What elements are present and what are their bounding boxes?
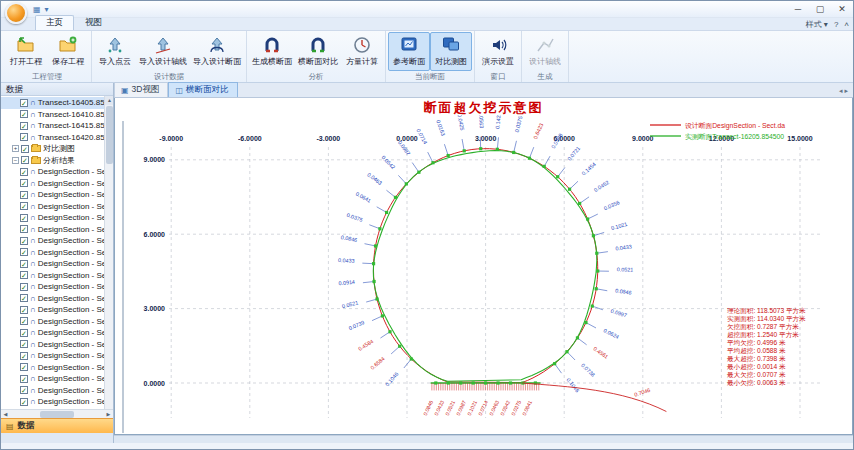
design-point-marker [586,217,589,220]
tree-item-DesignSection - Sect[interactable]: ✓∩DesignSection - Sect [1,235,113,247]
scrollbar-thumb[interactable] [106,106,113,164]
tree-checkbox[interactable]: ✓ [20,375,28,383]
tree-checkbox[interactable]: ✓ [20,340,28,348]
tree-item-DesignSection - Sect[interactable]: ✓∩DesignSection - Sect [1,212,113,224]
tree-checkbox[interactable]: ✓ [20,191,28,199]
tree-item-DesignSection - Sect[interactable]: ✓∩DesignSection - Sect [1,350,113,362]
ribbon-button-演示设置[interactable]: 演示设置 [477,32,519,71]
tree-item-DesignSection - Sect[interactable]: ✓∩DesignSection - Sect [1,396,113,408]
tree-checkbox[interactable]: ✓ [20,352,28,360]
tree-item-Transect-16420.85[interactable]: ✓∩Transect-16420.85 [1,132,113,144]
chart-canvas[interactable]: -9.0000-6.0000-3.00000.00003.00006.00009… [115,115,852,435]
spoke-value-label: 0.0521 [617,266,634,272]
tree-item-DesignSection - Sect[interactable]: ✓∩DesignSection - Sect [1,178,113,190]
help-icon[interactable]: ? [834,20,838,29]
doc-tab-横断面对比[interactable]: ◫横断面对比 [168,82,237,97]
data-tree[interactable]: ✓∩Transect-16405.85✓∩Transect-16410.85✓∩… [1,96,113,409]
tree-checkbox[interactable]: ✓ [20,283,28,291]
tree-checkbox[interactable]: ✓ [20,202,28,210]
ribbon-button-label: 方量计算 [346,56,378,67]
ribbon-button-导入设计断面[interactable]: 导入设计断面 [190,32,244,71]
design-point-marker [512,151,515,154]
ribbon-button-设计轴线[interactable]: 设计轴线 [524,32,566,71]
ribbon-button-导入点云[interactable]: 导入点云 [94,32,136,71]
tree-item-DesignSection - Sect[interactable]: ✓∩DesignSection - Sect [1,362,113,374]
tree-item-DesignSection - Sect[interactable]: ✓∩DesignSection - Sect [1,304,113,316]
ribbon-button-导入设计轴线[interactable]: 导入设计轴线 [136,32,190,71]
ribbon-tab-视图[interactable]: 视图 [74,15,113,30]
tree-item-DesignSection - Sect[interactable]: ✓∩DesignSection - Sect [1,339,113,351]
tree-item-DesignSection - Sect[interactable]: ✓∩DesignSection - Sect [1,316,113,328]
tree-item-DesignSection - Sect[interactable]: ✓∩DesignSection - Sect [1,224,113,236]
minimize-button[interactable]: ─ [787,1,809,17]
tree-expander-icon[interactable]: − [12,157,19,164]
tree-item-DesignSection - Sect[interactable]: ✓∩DesignSection - Sect [1,327,113,339]
tree-item-Transect-16415.85[interactable]: ✓∩Transect-16415.85 [1,120,113,132]
tree-item-DesignSection - Sect[interactable]: ✓∩DesignSection - Sect [1,373,113,385]
tree-item-DesignSection - Sect[interactable]: ✓∩DesignSection - Sect [1,385,113,397]
tree-checkbox[interactable]: ✓ [21,145,29,153]
tree-checkbox[interactable]: ✓ [20,225,28,233]
tree-item-对比测图[interactable]: +✓对比测图 [1,143,113,155]
tree-item-Transect-16410.85[interactable]: ✓∩Transect-16410.85 [1,109,113,121]
tree-item-分析结果[interactable]: −✓分析结果 [1,155,113,167]
app-logo-icon[interactable] [5,2,27,24]
tree-checkbox[interactable]: ✓ [20,133,28,141]
ribbon-button-对比测图[interactable]: 对比测图 [430,32,472,71]
tab-scroll-arrows[interactable]: ◂▸ [839,87,850,95]
design-point-marker [394,196,397,199]
collapse-ribbon-icon[interactable]: ˄ [844,20,849,29]
tree-item-DesignSection - Sect[interactable]: ✓∩DesignSection - Sect [1,201,113,213]
tree-item-DesignSection - Sect[interactable]: ✓∩DesignSection - Sect [1,293,113,305]
ribbon-tab-主页[interactable]: 主页 [35,15,74,30]
scroll-up-icon[interactable]: ▲ [105,96,113,105]
tree-checkbox[interactable]: ✓ [20,110,28,118]
ribbon-button-label: 导入设计轴线 [139,56,187,67]
tree-vertical-scrollbar[interactable]: ▲ [104,96,113,409]
close-button[interactable]: ✕ [831,1,853,17]
tree-checkbox[interactable]: ✓ [20,122,28,130]
tree-item-DesignSection - Sect[interactable]: ✓∩DesignSection - Sect [1,189,113,201]
tree-expander-icon[interactable]: + [12,145,19,152]
tree-item-Transect-16405.85[interactable]: ✓∩Transect-16405.85 [1,97,113,109]
tree-checkbox[interactable]: ✓ [20,329,28,337]
tree-checkbox[interactable]: ✓ [20,168,28,176]
tree-checkbox[interactable]: ✓ [20,398,28,406]
tree-item-DesignSection - Sect[interactable]: ✓∩DesignSection - Sect [1,281,113,293]
tree-item-DesignSection - Sect[interactable]: ✓∩DesignSection - Sect [1,258,113,270]
tree-checkbox[interactable]: ✓ [20,271,28,279]
tree-checkbox[interactable]: ✓ [20,214,28,222]
tree-checkbox[interactable]: ✓ [20,294,28,302]
tree-checkbox[interactable]: ✓ [20,363,28,371]
ribbon-button-横断面对比[interactable]: 横断面对比 [295,32,341,71]
quick-access-dropdown-icon[interactable]: ▾ [45,5,49,14]
scroll-left-icon[interactable]: ◀ [1,411,10,417]
ribbon-button-打开工程[interactable]: 打开工程 [5,32,47,71]
data-panel-button[interactable]: ▤ 数据 [1,418,113,433]
tree-item-DesignSection - Sect[interactable]: ✓∩DesignSection - Sect [1,247,113,259]
style-dropdown[interactable]: 样式 ▾ [806,19,828,30]
tree-checkbox[interactable]: ✓ [20,99,28,107]
tree-checkbox[interactable]: ✓ [20,306,28,314]
maximize-button[interactable]: ▢ [809,1,831,17]
doc-tab-3D视图[interactable]: ▣3D视图 [114,82,168,97]
tree-checkbox[interactable]: ✓ [20,317,28,325]
tree-horizontal-scrollbar[interactable]: ◀ ▶ [1,409,113,418]
scrollbar-thumb[interactable] [40,411,74,418]
tree-item-DesignSection - Sect[interactable]: ✓∩DesignSection - Sect [1,270,113,282]
tree-checkbox[interactable]: ✓ [21,156,29,164]
tree-checkbox[interactable]: ✓ [20,248,28,256]
scroll-right-icon[interactable]: ▶ [104,411,113,417]
tree-checkbox[interactable]: ✓ [20,237,28,245]
ribbon-button-生成横断面[interactable]: 生成横断面 [249,32,295,71]
tree-checkbox[interactable]: ✓ [20,386,28,394]
tree-checkbox[interactable]: ✓ [20,179,28,187]
ribbon-button-参考断面[interactable]: 参考断面 [388,32,430,71]
tree-item-DesignSection - Sect[interactable]: ✓∩DesignSection - Sect [1,166,113,178]
tree-checkbox[interactable]: ✓ [20,260,28,268]
tree-item-DesignSection - Sect[interactable]: ✓∩DesignSection - Sect [1,408,113,410]
design-point-marker [372,280,375,283]
app-menu-icon[interactable]: ▦ [33,5,41,14]
ribbon-button-方量计算[interactable]: 方量计算 [341,32,383,71]
ribbon-button-保存工程[interactable]: 保存工程 [47,32,89,71]
